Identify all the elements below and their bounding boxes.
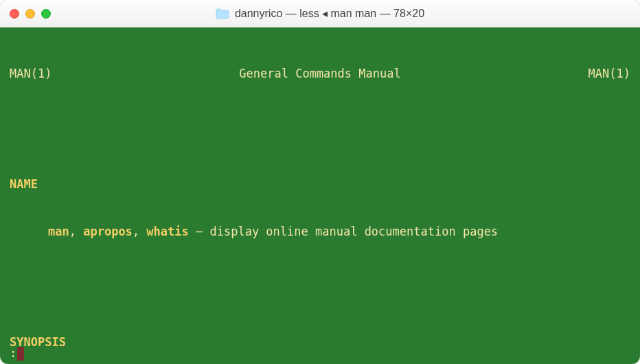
zoom-icon[interactable] (41, 9, 51, 19)
close-icon[interactable] (10, 9, 19, 19)
cmd-whatis: whatis (146, 225, 188, 238)
name-line: man, apropos, whatis – display online ma… (10, 224, 630, 240)
window-title-wrap: dannyrico — less ◂ man man — 78×20 (0, 7, 640, 20)
cmd-man: man (48, 225, 69, 238)
section-name-heading: NAME (10, 177, 38, 191)
terminal-window: dannyrico — less ◂ man man — 78×20 MAN(1… (0, 0, 640, 364)
window-title: dannyrico — less ◂ man man — 78×20 (235, 7, 424, 20)
less-prompt[interactable]: : (10, 345, 24, 361)
cursor-icon (17, 347, 24, 361)
name-desc: – display online manual documentation pa… (189, 225, 498, 238)
folder-icon (216, 8, 229, 19)
header-center: General Commands Manual (239, 66, 400, 82)
cmd-apropos: apropos (83, 225, 133, 238)
terminal-content[interactable]: MAN(1) General Commands Manual MAN(1) NA… (0, 27, 640, 364)
traffic-lights (10, 9, 51, 19)
titlebar[interactable]: dannyrico — less ◂ man man — 78×20 (0, 0, 640, 27)
prompt-colon: : (10, 345, 16, 361)
header-right: MAN(1) (588, 66, 630, 82)
minimize-icon[interactable] (25, 9, 35, 19)
header-left: MAN(1) (10, 66, 52, 82)
manpage-header: MAN(1) General Commands Manual MAN(1) (10, 66, 630, 82)
